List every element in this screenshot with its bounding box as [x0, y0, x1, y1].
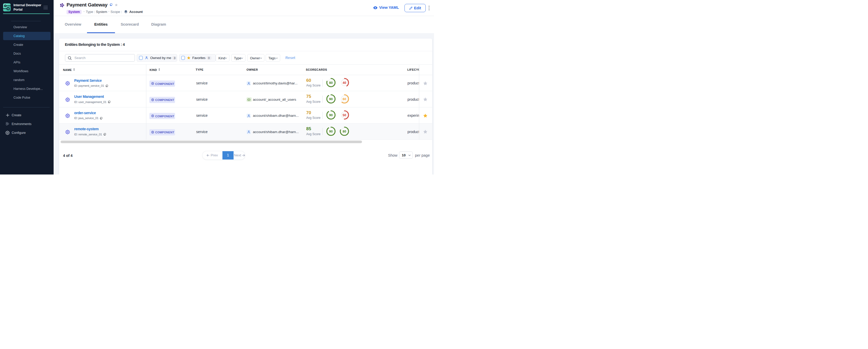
svg-text:60: 60: [343, 97, 346, 101]
svg-text:40: 40: [343, 81, 346, 85]
svg-text:80: 80: [329, 81, 333, 85]
svg-text:90: 90: [329, 97, 333, 101]
svg-text:80: 80: [343, 129, 346, 133]
svg-text:50: 50: [343, 114, 346, 117]
svg-text:90: 90: [329, 114, 333, 117]
svg-text:90: 90: [329, 129, 333, 133]
